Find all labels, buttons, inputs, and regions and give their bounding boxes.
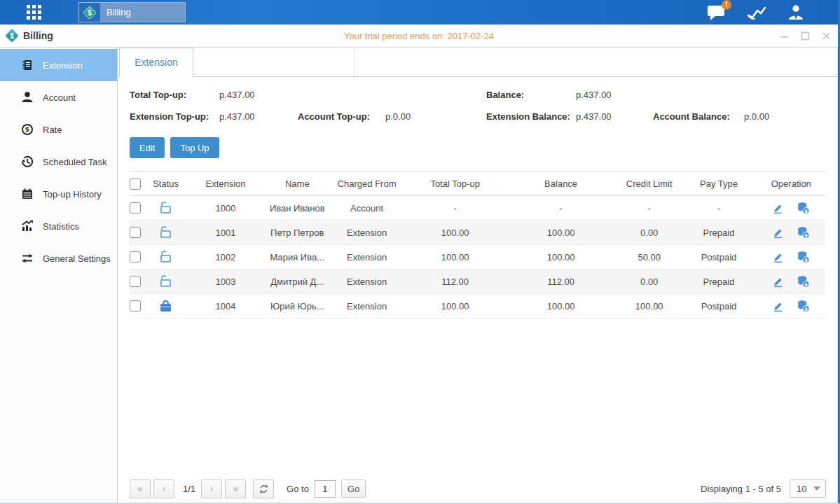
- cell-total-topup: 100.00: [406, 294, 504, 318]
- row-checkbox[interactable]: [130, 276, 141, 287]
- edit-extension-icon[interactable]: [772, 276, 784, 288]
- cell-charged-from: Extension: [327, 270, 406, 294]
- cell-total-topup: -: [406, 196, 504, 220]
- page-size-select[interactable]: 10: [790, 479, 826, 498]
- cell-balance: -: [504, 196, 618, 220]
- sidebar-item-label: General Settings: [43, 253, 111, 264]
- sidebar-item-account[interactable]: Account: [0, 81, 117, 113]
- table-row: 1000 Иван Иванов Account - - - - $: [130, 196, 825, 220]
- lock-status-icon: [160, 255, 171, 262]
- topup-extension-icon[interactable]: $: [797, 251, 810, 263]
- apps-grid-button[interactable]: [18, 5, 50, 20]
- minimize-button[interactable]: [779, 31, 789, 41]
- svg-text:$: $: [804, 209, 808, 214]
- total-topup-value: p.437.00: [219, 90, 255, 100]
- topup-extension-icon[interactable]: $: [797, 275, 810, 288]
- edit-extension-icon[interactable]: [772, 300, 784, 312]
- window-title-group: Billing: [7, 30, 182, 41]
- lock-status-icon: [160, 279, 171, 287]
- topup-extension-icon[interactable]: $: [797, 226, 810, 239]
- pagination-bar: « ‹ 1/1 › » Go to Go Displaying: [130, 479, 826, 498]
- svg-text:$: $: [804, 258, 808, 263]
- pagination-summary: Displaying 1 - 5 of 5 10: [701, 479, 826, 498]
- window-titlebar: Billing Your trial period ends on: 2017-…: [0, 24, 838, 48]
- tab-strip-spacer: [193, 48, 354, 76]
- sidebar-item-label: Scheduled Task: [43, 157, 107, 167]
- cell-extension: 1004: [184, 294, 267, 318]
- minimize-icon: [780, 31, 789, 41]
- refresh-icon: [259, 484, 269, 494]
- close-button[interactable]: [821, 31, 831, 41]
- topup-extension-icon[interactable]: $: [797, 202, 810, 214]
- cell-credit-limit: 0.00: [618, 220, 680, 245]
- action-bar: Edit Top Up: [130, 137, 837, 158]
- sidebar-item-extension[interactable]: Extension: [0, 49, 117, 81]
- extension-balance-value: p.437.00: [576, 111, 653, 122]
- next-page-button[interactable]: ›: [201, 479, 222, 498]
- notifications-button[interactable]: !: [707, 4, 726, 21]
- topup-extension-icon[interactable]: $: [797, 300, 810, 312]
- edit-extension-icon[interactable]: [772, 202, 784, 214]
- cell-balance: 100.00: [504, 245, 618, 270]
- billing-app-icon: [79, 3, 100, 22]
- line-chart-icon: [747, 5, 766, 20]
- sidebar: Extension Account $ Rate Scheduled Task: [0, 48, 118, 503]
- tab-extension[interactable]: Extension: [119, 48, 193, 77]
- lock-status-icon: [160, 304, 171, 312]
- window-title: Billing: [23, 30, 53, 41]
- select-all-checkbox[interactable]: [130, 178, 141, 190]
- top-up-button[interactable]: Top Up: [170, 137, 219, 158]
- row-checkbox[interactable]: [130, 227, 141, 238]
- cell-credit-limit: 100.00: [618, 294, 680, 318]
- first-page-button[interactable]: «: [130, 479, 151, 498]
- column-header-pay-type: Pay Type: [680, 172, 757, 196]
- extensions-table: Status Extension Name Charged From Total…: [130, 172, 825, 318]
- sidebar-item-topup-history[interactable]: Top-up History: [0, 178, 117, 210]
- cell-balance: 112.00: [504, 270, 618, 294]
- table-row: 1002 Мария Ива... Extension 100.00 100.0…: [130, 245, 825, 270]
- cell-credit-limit: -: [618, 196, 680, 220]
- taskbar-tab-billing[interactable]: Billing: [78, 2, 186, 22]
- svg-text:$: $: [804, 282, 808, 288]
- cell-name: Мария Ива...: [268, 245, 327, 270]
- last-page-button[interactable]: »: [225, 479, 246, 498]
- lock-status-icon: [160, 206, 171, 214]
- edit-button[interactable]: Edit: [130, 137, 165, 158]
- taskbar-actions: !: [707, 4, 804, 21]
- column-header-status: Status: [148, 172, 184, 196]
- sidebar-item-label: Rate: [43, 125, 62, 135]
- statistics-icon: [21, 220, 34, 232]
- row-checkbox[interactable]: [130, 300, 141, 312]
- goto-page-input[interactable]: [315, 480, 336, 498]
- sidebar-item-statistics[interactable]: Statistics: [0, 210, 117, 242]
- trial-notice: Your trial period ends on: 2017-02-24: [182, 31, 656, 41]
- sidebar-item-general-settings[interactable]: General Settings: [0, 242, 117, 274]
- row-checkbox[interactable]: [130, 202, 141, 214]
- cell-pay-type: Postpaid: [680, 294, 757, 318]
- cell-extension: 1000: [184, 196, 267, 220]
- cell-charged-from: Account: [327, 196, 406, 220]
- row-checkbox[interactable]: [130, 251, 141, 262]
- user-button[interactable]: [787, 4, 804, 21]
- edit-extension-icon[interactable]: [772, 251, 784, 263]
- edit-extension-icon[interactable]: [772, 227, 784, 239]
- main-content: Extension Total Top-up: p.437.00 Extensi…: [118, 48, 838, 503]
- cell-name: Иван Иванов: [268, 196, 327, 220]
- sidebar-item-scheduled-task[interactable]: Scheduled Task: [0, 146, 117, 178]
- account-balance-value: p.0.00: [744, 111, 769, 122]
- refresh-button[interactable]: [253, 479, 274, 498]
- maximize-button[interactable]: [800, 31, 810, 41]
- cell-name: Дмитрий Д...: [268, 270, 327, 294]
- go-button[interactable]: Go: [341, 479, 366, 498]
- prev-page-button[interactable]: ‹: [153, 479, 174, 498]
- column-header-charged-from: Charged From: [327, 172, 406, 196]
- table-header-row: Status Extension Name Charged From Total…: [130, 172, 825, 196]
- taskbar-tab-label: Billing: [106, 7, 131, 18]
- account-topup-label: Account Top-up:: [298, 111, 385, 122]
- cell-total-topup: 112.00: [406, 270, 504, 294]
- reports-button[interactable]: [747, 5, 766, 20]
- column-header-balance: Balance: [504, 172, 618, 196]
- sidebar-item-rate[interactable]: $ Rate: [0, 113, 117, 146]
- balance-value: p.437.00: [576, 90, 612, 100]
- goto-label: Go to: [287, 484, 309, 494]
